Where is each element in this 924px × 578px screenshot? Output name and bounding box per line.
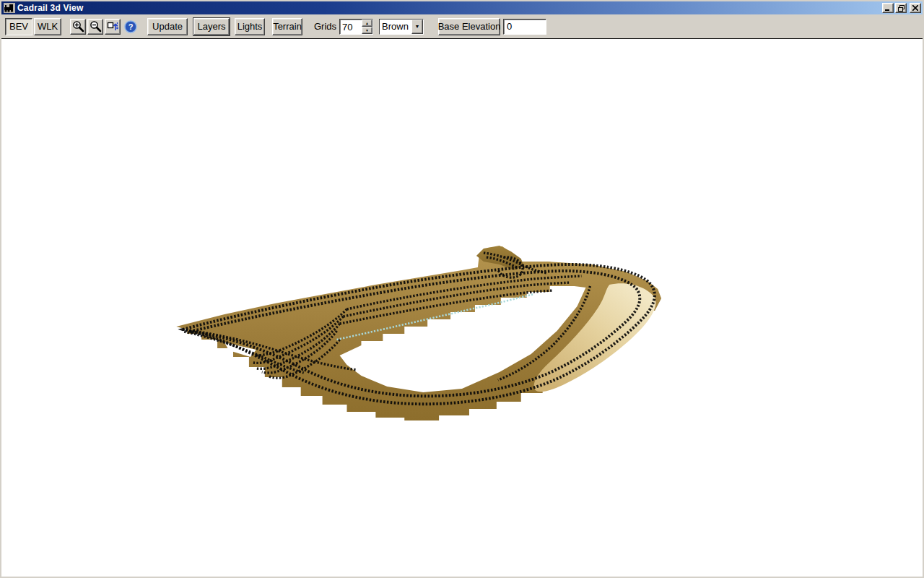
track-layout-render — [1, 39, 923, 577]
update-label: Update — [152, 21, 183, 32]
toolbar: BEV WLK — [1, 14, 923, 39]
terrain-label: Terrain — [273, 21, 302, 32]
layers-button[interactable]: Layers — [193, 18, 230, 35]
chevron-down-icon[interactable]: ▼ — [411, 20, 423, 34]
close-button[interactable] — [910, 3, 921, 13]
help-button[interactable]: ? — [123, 19, 139, 35]
minimize-button[interactable] — [882, 3, 894, 13]
bev-label: BEV — [9, 21, 28, 32]
terrain-color-dropdown[interactable]: Brown ▼ — [379, 19, 424, 35]
grids-spin-up[interactable]: ▲ — [362, 20, 372, 27]
zoom-in-button[interactable] — [70, 19, 86, 35]
zoom-out-button[interactable] — [87, 19, 103, 35]
app-window: Cadrail 3d View BEV WLK — [0, 0, 924, 578]
grids-input[interactable] — [340, 20, 362, 35]
grids-label: Grids — [314, 21, 336, 32]
window-title: Cadrail 3d View — [17, 3, 881, 13]
close-icon — [912, 5, 918, 11]
bev-button[interactable]: BEV — [5, 18, 32, 35]
3d-viewport[interactable] — [1, 39, 923, 577]
lights-label: Lights — [237, 21, 263, 32]
base-elevation-label: Base Elevation — [438, 21, 501, 32]
grids-spin-buttons: ▲ ▼ — [362, 20, 372, 34]
wlk-button[interactable]: WLK — [34, 18, 61, 35]
restore-icon — [898, 5, 905, 12]
title-bar: Cadrail 3d View — [1, 1, 923, 14]
update-button[interactable]: Update — [147, 18, 188, 35]
svg-text:?: ? — [128, 22, 134, 31]
minimize-icon — [885, 5, 891, 11]
zoom-out-icon — [90, 20, 102, 33]
app-icon — [4, 3, 15, 13]
wlk-label: WLK — [38, 21, 58, 32]
redraw-icon — [107, 20, 119, 33]
redraw-button[interactable] — [105, 19, 121, 35]
zoom-in-icon — [72, 20, 84, 33]
help-icon: ? — [124, 20, 137, 33]
base-elevation-input[interactable] — [503, 19, 546, 35]
terrain-color-value: Brown — [380, 20, 411, 34]
terrain-button[interactable]: Terrain — [272, 18, 302, 35]
restore-button[interactable] — [895, 3, 907, 13]
lights-button[interactable]: Lights — [235, 18, 265, 35]
layers-label: Layers — [197, 21, 225, 32]
base-elevation-button[interactable]: Base Elevation — [438, 18, 500, 35]
grids-spinner: ▲ ▼ — [339, 19, 373, 35]
grids-spin-down[interactable]: ▼ — [362, 27, 372, 34]
